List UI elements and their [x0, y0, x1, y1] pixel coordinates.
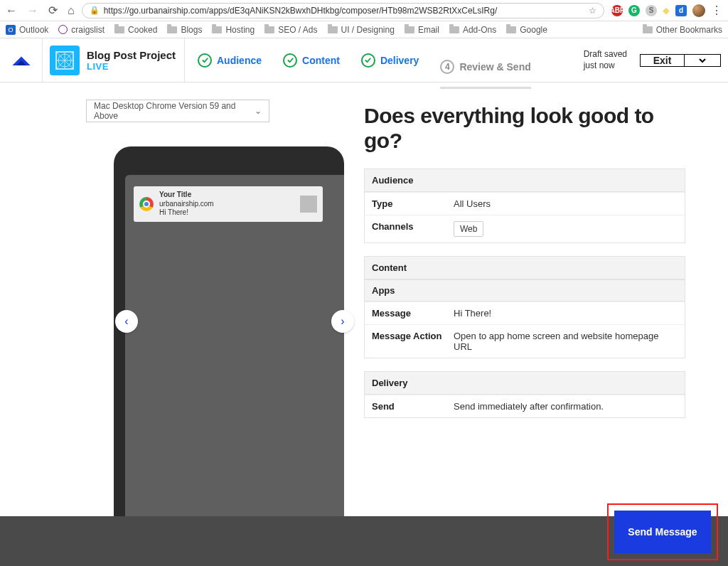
row-key: Message Action	[372, 331, 454, 352]
bookmark-hosting[interactable]: Hosting	[212, 25, 255, 35]
step-content[interactable]: Content	[283, 53, 340, 68]
delivery-panel: Delivery Send Send immediately after con…	[364, 371, 685, 418]
menu-icon[interactable]: ⋮	[711, 4, 722, 17]
row-channels: Channels Web	[365, 215, 685, 242]
preview-selector-label: Mac Desktop Chrome Version 59 and Above	[94, 101, 255, 121]
preview-prev[interactable]: ‹	[115, 310, 138, 333]
bookmark-addons[interactable]: Add-Ons	[449, 25, 496, 35]
panel-header: Content	[365, 257, 685, 279]
notification-preview: Your Title urbanairship.com Hi There!	[134, 186, 323, 222]
reload-icon[interactable]: ⟳	[48, 5, 58, 16]
step-label: Audience	[217, 55, 262, 66]
main: Mac Desktop Chrome Version 59 and Above …	[0, 82, 728, 566]
exit-group: Exit	[640, 54, 721, 67]
send-message-button[interactable]: Send Message	[614, 511, 711, 553]
row-message-action: Message Action Open to app home screen a…	[365, 324, 685, 358]
exit-button[interactable]: Exit	[641, 55, 685, 66]
bookmark-label: Google	[520, 25, 547, 35]
bookmark-label: craigslist	[71, 25, 105, 35]
d-icon[interactable]: d	[675, 5, 687, 16]
bookmark-cooked[interactable]: Cooked	[114, 25, 157, 35]
notification-text: Your Title urbanairship.com Hi There!	[159, 191, 214, 218]
lock-icon: 🔒	[90, 6, 100, 15]
project-cell[interactable]: Blog Post Project LIVE	[43, 38, 185, 82]
bookmark-seo[interactable]: SEO / Ads	[264, 25, 317, 35]
folder-icon	[328, 26, 338, 33]
app-header: Blog Post Project LIVE Audience Content …	[0, 38, 728, 82]
star-icon[interactable]: ☆	[589, 6, 596, 16]
folder-icon	[405, 26, 414, 33]
row-value: Open to app home screen and website home…	[454, 331, 678, 352]
bookmark-blogs[interactable]: Blogs	[167, 25, 202, 35]
chevron-right-icon: ›	[341, 315, 344, 328]
diamond-icon[interactable]: ◆	[663, 5, 670, 16]
url-bar[interactable]: 🔒 https://go.urbanairship.com/apps/dE3qA…	[82, 3, 604, 18]
step-label: Content	[302, 55, 340, 66]
logo-cell[interactable]	[0, 38, 43, 82]
check-icon	[361, 53, 375, 68]
notif-domain: urbanairship.com	[159, 200, 214, 209]
row-key: Send	[372, 401, 454, 412]
folder-icon	[212, 26, 222, 33]
bookmark-ui[interactable]: UI / Designing	[328, 25, 395, 35]
panel-header: Audience	[365, 169, 685, 192]
step-label: Review & Send	[459, 61, 530, 73]
row-key: Message	[372, 308, 454, 319]
nav-controls: ← → ⟳ ⌂	[6, 5, 75, 16]
folder-icon	[114, 26, 124, 33]
browser-bar: ← → ⟳ ⌂ 🔒 https://go.urbanairship.com/ap…	[0, 0, 728, 21]
bookmark-other[interactable]: Other Bookmarks	[643, 25, 722, 35]
urbanairship-logo-icon	[11, 54, 31, 67]
step-audience[interactable]: Audience	[198, 53, 262, 68]
audience-panel: Audience Type All Users Channels Web	[364, 169, 685, 243]
bookmark-label: Hosting	[225, 25, 255, 35]
row-message: Message Hi There!	[365, 301, 685, 324]
preview-next[interactable]: ›	[331, 310, 354, 333]
grammarly-icon[interactable]: G	[628, 5, 640, 16]
row-key: Channels	[372, 221, 454, 237]
profile-avatar[interactable]	[692, 4, 705, 17]
forward-icon[interactable]: →	[27, 5, 38, 16]
bookmark-label: Other Bookmarks	[656, 25, 722, 35]
notif-body: Hi There!	[159, 208, 214, 218]
steps: Audience Content Delivery 4 Review & Sen…	[185, 38, 571, 82]
chrome-icon	[139, 197, 154, 211]
folder-icon	[643, 26, 653, 33]
bookmark-label: UI / Designing	[341, 25, 395, 35]
abp-icon[interactable]: ABP	[611, 5, 623, 16]
chevron-down-icon	[697, 55, 707, 65]
status-line: Draft saved	[584, 49, 627, 60]
exit-dropdown[interactable]	[685, 55, 720, 66]
step-delivery[interactable]: Delivery	[361, 53, 419, 68]
project-status: LIVE	[87, 61, 176, 72]
check-icon	[283, 53, 297, 68]
project-text: Blog Post Project LIVE	[87, 49, 176, 72]
bookmark-label: Add-Ons	[463, 25, 496, 35]
bookmarks-bar: OOutlook craigslist Cooked Blogs Hosting…	[0, 21, 728, 38]
exit-wrap: Exit	[640, 38, 728, 82]
project-title: Blog Post Project	[87, 49, 176, 61]
review-column: Does everything look good to go? Audienc…	[355, 82, 728, 566]
url-text: https://go.urbanairship.com/apps/dE3qANi…	[104, 6, 498, 16]
notif-image-placeholder	[300, 196, 317, 213]
bookmark-label: Cooked	[128, 25, 157, 35]
peace-icon	[58, 25, 68, 34]
bookmark-google[interactable]: Google	[506, 25, 547, 35]
step-label: Delivery	[380, 55, 419, 66]
bookmark-outlook[interactable]: OOutlook	[6, 25, 48, 35]
project-icon	[50, 46, 80, 75]
preview-column: Mac Desktop Chrome Version 59 and Above …	[0, 82, 355, 566]
bookmark-craigslist[interactable]: craigslist	[58, 25, 105, 35]
send-highlight: Send Message	[607, 503, 718, 560]
back-icon[interactable]: ←	[6, 5, 17, 16]
bookmark-email[interactable]: Email	[405, 25, 439, 35]
home-icon[interactable]: ⌂	[68, 5, 75, 16]
row-value: Send immediately after confirmation.	[454, 401, 678, 412]
skype-icon[interactable]: S	[646, 5, 657, 16]
bookmark-label: SEO / Ads	[278, 25, 317, 35]
device-screen: Your Title urbanairship.com Hi There!	[125, 175, 344, 566]
preview-selector[interactable]: Mac Desktop Chrome Version 59 and Above …	[86, 100, 269, 122]
page-title: Does everything look good to go?	[364, 104, 685, 153]
channel-chip: Web	[454, 221, 483, 237]
folder-icon	[264, 26, 274, 33]
